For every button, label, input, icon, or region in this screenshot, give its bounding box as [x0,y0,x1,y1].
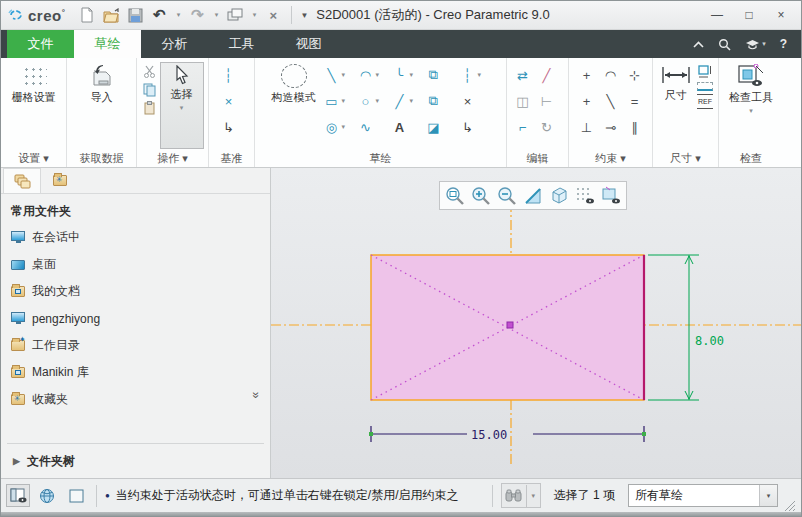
resize-grip[interactable] [783,499,796,512]
sketch-display-button[interactable] [599,184,623,207]
learning-connector-button[interactable]: ▾ [745,39,766,50]
minimize-button[interactable]: — [703,5,731,25]
point-sketch-tool[interactable]: × [459,90,489,112]
nav-item-in-session[interactable]: 在会话中 [1,224,270,251]
graphics-area[interactable]: 8.00 15.00 [271,168,801,478]
tab-favorites[interactable]: ✳ [41,168,79,193]
tab-sketch[interactable]: 草绘 [74,30,141,58]
coordinate-system-tool[interactable]: ↳ [220,120,238,135]
import-button[interactable]: 导入 [86,62,118,149]
dimension-box-tool[interactable] [697,64,713,79]
learning-dropdown[interactable]: ▾ [762,40,766,48]
group-label-constrain[interactable]: 约束 ▾ [569,151,652,166]
browser-toggle-button[interactable] [35,484,59,507]
group-label-settings[interactable]: 设置 ▾ [1,151,66,166]
dimension-button[interactable]: 尺寸 [658,62,694,149]
equal-constraint[interactable]: = [623,94,647,109]
folder-tree-expand-icon[interactable]: ▶ [13,456,20,466]
repaint-button[interactable] [521,184,545,207]
nav-item-manikin-library[interactable]: Manikin 库 [1,359,270,386]
offset-tool[interactable]: ⧉ [425,64,455,86]
rectangle-tool[interactable]: ▭▾ [323,90,353,112]
parallel-constraint[interactable]: ∥ [623,120,647,135]
centerline-sketch-tool[interactable]: ┆▾ [459,64,489,86]
thicken-tool[interactable]: ⧉ [425,90,455,112]
window-switch-button[interactable] [225,5,245,25]
maximize-button[interactable]: □ [735,5,763,25]
centerline-tool[interactable]: ┆ [220,68,238,83]
tab-analysis[interactable]: 分析 [141,30,208,58]
undo-dropdown[interactable]: ▾ [173,5,183,25]
spline-tool[interactable]: ∿ [357,116,387,138]
nav-item-my-documents[interactable]: 我的文档 [1,278,270,305]
perimeter-dimension-tool[interactable] [697,82,713,91]
nav-item-desktop[interactable]: 桌面 [1,251,270,278]
selection-filter-combobox[interactable]: 所有草绘 ▾ [628,484,778,507]
open-file-button[interactable] [101,5,121,25]
coincident-constraint[interactable]: ╲ [599,94,623,109]
arc-tool[interactable]: ◠▾ [357,64,387,86]
display-style-button[interactable] [547,184,571,207]
select-button[interactable]: 选择 ▾ [160,62,204,149]
selection-filter-dropdown[interactable]: ▾ [759,485,777,506]
help-button[interactable]: ? [780,37,787,51]
sketch-drawing[interactable]: 8.00 15.00 [271,168,801,478]
cut-button[interactable] [142,64,158,79]
baseline-dimension-tool[interactable]: REF [697,94,713,109]
group-label-dimension[interactable]: 尺寸 ▾ [653,151,718,166]
full-screen-toggle-button[interactable] [64,484,88,507]
redo-button[interactable]: ↷ [187,5,207,25]
delete-segment-tool[interactable]: ╱ [538,68,556,83]
new-file-button[interactable] [77,5,97,25]
title-dropdown[interactable]: ▼ [300,11,308,20]
chamfer-tool[interactable]: ╱▾ [391,90,421,112]
close-button[interactable]: × [767,5,795,25]
find-dropdown[interactable]: ▾ [526,485,540,507]
copy-button[interactable] [142,82,158,97]
undo-button[interactable]: ↶ [149,5,169,25]
tab-file[interactable]: 文件 [7,30,74,58]
refit-button[interactable] [443,184,467,207]
rotate-resize-tool[interactable]: ↻ [538,120,556,135]
cs-sketch-tool[interactable]: ↳ [459,116,489,138]
nav-item-working-directory[interactable]: ✦ 工作目录 [1,332,270,359]
fillet-tool[interactable]: ╰▾ [391,64,421,86]
inspect-dropdown[interactable]: ▾ [749,107,753,115]
modify-tool[interactable]: ⇄ [514,68,532,83]
inspect-tools-button[interactable]: 检查工具 ▾ [726,62,776,149]
show-more-chevron[interactable]: » [250,392,264,399]
construction-mode-button[interactable]: 构造模式 [269,62,319,149]
perpendicular-constraint[interactable]: ⊥ [575,120,599,135]
horizontal-constraint[interactable]: + [575,94,599,109]
symmetric-constraint[interactable]: ⊸ [599,120,623,135]
zoom-out-button[interactable] [495,184,519,207]
group-label-operations[interactable]: 操作 ▾ [137,151,208,166]
window-switch-dropdown[interactable]: ▾ [249,5,259,25]
tab-tools[interactable]: 工具 [208,30,275,58]
ellipse-tool[interactable]: ○▾ [357,90,387,112]
find-button[interactable] [502,484,526,507]
close-window-button[interactable]: × [263,5,283,25]
tab-folder-browser[interactable] [3,168,41,193]
text-tool[interactable]: A [391,116,421,138]
grid-settings-button[interactable]: 栅格设置 [9,62,59,149]
redo-dropdown[interactable]: ▾ [211,5,221,25]
line-chain-tool[interactable]: ╲▾ [323,64,353,86]
fill-tool[interactable]: ◪ [425,116,455,138]
nav-item-computer[interactable]: pengzhiyong [1,305,270,332]
mirror-tool[interactable]: ◫ [514,94,532,109]
folder-tree-section[interactable]: ▶ 文件夹树 [1,444,270,478]
tab-view[interactable]: 视图 [275,30,342,58]
navigator-toggle-button[interactable] [6,484,30,507]
nav-item-favorites[interactable]: ✳ 收藏夹 [1,386,270,413]
select-dropdown[interactable]: ▾ [180,104,184,112]
vertical-constraint[interactable]: + [575,68,599,83]
corner-tool[interactable]: ⌐ [514,120,532,135]
grid-display-button[interactable] [573,184,597,207]
height-dimension[interactable]: 8.00 [648,255,724,400]
save-button[interactable] [125,5,145,25]
divide-tool[interactable]: ⊢ [538,94,556,109]
paste-button[interactable] [142,100,158,115]
search-button[interactable] [718,38,731,51]
tangent-constraint[interactable]: ◠ [599,68,623,83]
